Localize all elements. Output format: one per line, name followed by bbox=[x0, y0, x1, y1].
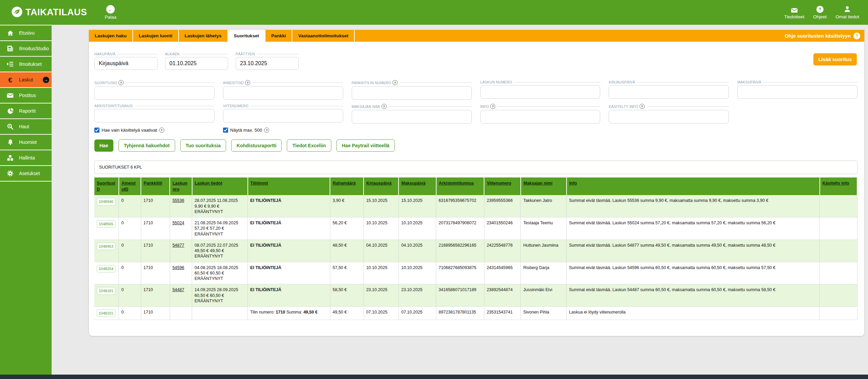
sidebar-item-hallinta[interactable]: Hallinta bbox=[0, 150, 52, 166]
hae-paytrail-viitteella-button[interactable]: Hae Paytrail viitteellä bbox=[336, 139, 395, 152]
tab-pankki[interactable]: Pankki bbox=[265, 30, 293, 42]
topbar-action-omat-tiedot[interactable]: Omat tiedot bbox=[835, 5, 859, 19]
nayta-max-checkbox[interactable] bbox=[223, 128, 228, 133]
laskun-nro-link[interactable]: 55024 bbox=[172, 221, 184, 225]
suoritus-id-link[interactable]: 1048946 bbox=[97, 198, 115, 205]
tab-vastaanottoilmoitukset[interactable]: Vastaanottoilmoitukset bbox=[292, 30, 355, 42]
suoritus-id-link[interactable]: 1048565 bbox=[97, 220, 115, 228]
checkbox-label: Hae vain käsittelyä vaativat bbox=[101, 128, 157, 133]
col-laskun-nro[interactable]: Laskun nro bbox=[170, 177, 192, 195]
question-icon: ? bbox=[816, 5, 824, 13]
suoritus-id-link[interactable]: 1048101 bbox=[97, 309, 115, 317]
topbar-action-tiedotteet[interactable]: Tiedotteet bbox=[784, 5, 805, 19]
table-row: 1048453017105487708.07.2025 22.07.202549… bbox=[94, 240, 857, 262]
sidebar-item-postitus[interactable]: Postitus bbox=[0, 88, 52, 103]
sidebar-item-raportit[interactable]: Raportit bbox=[0, 103, 52, 119]
cell-kasitelty-info bbox=[820, 307, 857, 320]
col-rahamaara[interactable]: Rahamäärä bbox=[330, 177, 364, 195]
topbar: TAIKATILAUS ← Palaa Tiedotteet?OhjeetOma… bbox=[0, 0, 868, 25]
laskun-nro-link[interactable]: 54596 bbox=[172, 265, 184, 270]
cell-info: Summat eivät täsmää. Laskun 54487 summa … bbox=[567, 284, 820, 307]
kasittelya-vaativat-checkbox[interactable] bbox=[94, 128, 99, 133]
tiedot-exceliin-button[interactable]: Tiedot Exceliin bbox=[287, 139, 331, 152]
maksajan-nimi-input[interactable] bbox=[352, 110, 472, 124]
col-kirjauspaiva[interactable]: Kirjauspäivä bbox=[364, 177, 399, 195]
suoritus-id-link[interactable]: 1048453 bbox=[97, 243, 115, 250]
tuo-suorituksia-button[interactable]: Tuo suorituksia bbox=[180, 139, 226, 152]
help-link[interactable]: Ohje suoritusten käsittelyyn ? bbox=[785, 30, 864, 42]
tab-suoritukset[interactable]: Suoritukset bbox=[228, 30, 265, 42]
cubes-icon bbox=[6, 155, 14, 161]
viitenumero-input[interactable] bbox=[223, 109, 343, 122]
laskun-nro-link[interactable]: 55536 bbox=[172, 198, 184, 203]
back-button[interactable]: ← Palaa bbox=[105, 5, 116, 20]
sidebar-item-label: Raportit bbox=[19, 108, 36, 114]
filter-row-dates: HAKUPÄIVÄ ALKAEN PÄÄ bbox=[94, 52, 857, 70]
sidebar-item-asetukset[interactable]: Asetukset bbox=[0, 166, 52, 182]
tab-laskujen-lahetys[interactable]: Laskujen lähetys bbox=[179, 30, 228, 42]
cell-kirjauspaiva: 04.10.2025 bbox=[364, 240, 399, 262]
cell-maksupaiva: 07.10.2025 bbox=[399, 307, 436, 320]
field-label-text: KIRJAUSPÄIVÄ bbox=[609, 80, 635, 84]
field-suoritusid: SUORITUSID? bbox=[94, 80, 215, 100]
info-icon: ? bbox=[382, 104, 387, 109]
info-input[interactable] bbox=[480, 110, 601, 124]
checkbox-nayta-max[interactable]: Näytä max. 500 ? bbox=[223, 128, 343, 133]
laskun-numero-input[interactable] bbox=[480, 85, 601, 99]
sidebar-item-ilmoitukset[interactable]: Ilmoitukset bbox=[0, 57, 52, 72]
add-payment-button[interactable]: Lisää suoritus bbox=[813, 53, 857, 65]
field-kasitelty-info: KÄSITELTY INFO? bbox=[609, 104, 729, 124]
col-maksupaiva[interactable]: Maksupäivä bbox=[399, 177, 436, 195]
tab-laskujen-luonti[interactable]: Laskujen luonti bbox=[133, 30, 179, 42]
pankkitilin-numero-input[interactable] bbox=[352, 86, 472, 100]
tyhjenna-hakuehdot-button[interactable]: Tyhjennä hakuehdot bbox=[118, 139, 175, 152]
suoritus-id-link[interactable]: 1048254 bbox=[97, 265, 115, 272]
sidebar-item-laskut[interactable]: €Laskut→ bbox=[0, 72, 52, 88]
col-pankkitili[interactable]: Pankkitili bbox=[141, 177, 170, 195]
cell-kasitelty-info bbox=[820, 195, 857, 217]
label-rule bbox=[389, 106, 472, 107]
sidebar-item-etusivu[interactable]: Etusivu bbox=[0, 25, 52, 41]
suoritusid-input[interactable] bbox=[94, 86, 215, 100]
main-area: Laskujen hakuLaskujen luontiLaskujen läh… bbox=[52, 25, 868, 375]
kasitelty-info-input[interactable] bbox=[609, 110, 729, 124]
cell-tilioinnit: EI TILIÖINTEJÄ bbox=[248, 217, 330, 240]
arkistointitunnus-input[interactable] bbox=[94, 109, 215, 122]
field-label-text: VIITENUMERO bbox=[223, 104, 248, 108]
col-arkistointitunnus[interactable]: Arkistointitunnus bbox=[436, 177, 484, 195]
col-viitenumero[interactable]: Viitenumero bbox=[484, 177, 521, 195]
col-laskun-tiedot[interactable]: Laskun tiedot bbox=[192, 177, 248, 195]
sidebar-item-haut[interactable]: Haut bbox=[0, 119, 52, 135]
label-rule bbox=[253, 82, 343, 83]
col-maksajan-nimi[interactable]: Maksajan nimi bbox=[521, 177, 567, 195]
checkbox-kasittelya-vaativat[interactable]: Hae vain käsittelyä vaativat ? bbox=[94, 128, 215, 133]
alkaen-date-input[interactable] bbox=[165, 57, 228, 70]
sidebar-item-huomiot[interactable]: Huomiot bbox=[0, 135, 52, 150]
paattyen-date-input[interactable] bbox=[236, 57, 299, 70]
col-tilioinnit[interactable]: Tiliöinnit bbox=[248, 177, 330, 195]
cell-viitenumero: 24314545965 bbox=[484, 262, 521, 284]
col-info[interactable]: Info bbox=[567, 177, 820, 195]
table-header: SuoritusIDAineistoIDPankkitiliLaskun nro… bbox=[94, 177, 857, 195]
laskun-nro-link[interactable]: 54877 bbox=[172, 243, 184, 248]
aineistoid-input[interactable] bbox=[223, 86, 343, 100]
sidebar-item-ilmoitusstudio[interactable]: IlmoitusStudio bbox=[0, 41, 52, 57]
cell-kasitelty-info bbox=[820, 240, 857, 262]
cell-laskun-tiedot: 04.08.2025 18.08.202560,50 € 60,50 €ERÄÄ… bbox=[192, 262, 248, 284]
topbar-action-ohjeet[interactable]: ?Ohjeet bbox=[813, 5, 827, 19]
hakupaiva-select[interactable] bbox=[94, 57, 158, 70]
col-kasitelty-info[interactable]: Käsitelty info bbox=[820, 177, 857, 195]
col-suoritusid[interactable]: SuoritusID bbox=[94, 177, 119, 195]
maksupaiva-input[interactable] bbox=[737, 85, 857, 99]
cell-laskun-nro bbox=[170, 307, 192, 320]
col-aineistoid[interactable]: AineistoID bbox=[119, 177, 141, 195]
laskun-nro-link[interactable]: 54487 bbox=[172, 287, 184, 292]
tab-laskujen-haku[interactable]: Laskujen haku bbox=[89, 30, 133, 42]
field-arkistointitunnus: ARKISTOINTITUNNUS bbox=[94, 104, 215, 124]
cell-rahamaara: 48,50 € bbox=[330, 240, 364, 262]
kohdistusraportti-button[interactable]: Kohdistusraportti bbox=[231, 139, 282, 152]
cell-laskun-tiedot: 21.08.2025 04.09.202557,20 € 57,20 €ERÄÄ… bbox=[192, 217, 248, 240]
kirjauspaiva-input[interactable] bbox=[609, 85, 729, 99]
search-button[interactable]: Hae bbox=[94, 139, 113, 152]
suoritus-id-link[interactable]: 1048181 bbox=[97, 287, 115, 295]
